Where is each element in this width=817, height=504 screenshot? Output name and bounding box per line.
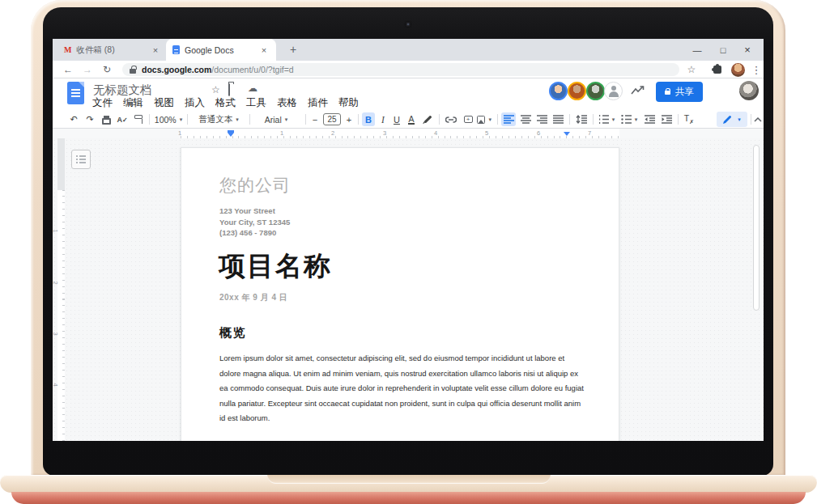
docs-app-icon[interactable] <box>67 82 84 104</box>
tab-close-icon[interactable]: × <box>258 45 270 55</box>
numbered-list-icon[interactable]: ▾ <box>597 111 616 128</box>
spellcheck-icon[interactable]: A✓ <box>116 111 129 128</box>
bold-button[interactable]: B <box>362 112 375 126</box>
editing-mode-button[interactable]: ▾ <box>717 112 747 127</box>
right-indent-marker[interactable] <box>564 132 570 136</box>
project-title: 项目名称 <box>219 248 332 285</box>
url-input[interactable]: docs.google.com/document/u/0/?tgif=d <box>122 63 679 76</box>
project-date: 20xx 年 9 月 4 日 <box>219 292 287 303</box>
underline-button[interactable]: U <box>391 111 402 128</box>
new-tab-button[interactable]: + <box>286 43 300 57</box>
text-color-button[interactable]: A <box>405 111 418 128</box>
window-minimize-button[interactable]: — <box>687 39 708 61</box>
ruler-number: 4 <box>434 129 437 137</box>
show-outline-button[interactable] <box>71 150 91 169</box>
bulleted-list-icon[interactable]: ▾ <box>619 111 639 128</box>
chevron-down-icon: ▾ <box>236 116 239 123</box>
tab-close-icon[interactable]: × <box>150 45 161 55</box>
zoom-select[interactable]: 100%▾ <box>153 111 184 128</box>
increase-indent-icon[interactable] <box>659 111 674 128</box>
align-center-button[interactable] <box>518 111 533 128</box>
align-right-button[interactable] <box>534 111 549 128</box>
browser-window: M 收件箱 (8) × Google Docs × + — □ × ← → ↻ … <box>53 39 764 441</box>
vertical-scrollbar[interactable] <box>753 145 760 311</box>
window-close-button[interactable]: × <box>737 39 758 61</box>
cloud-status-icon[interactable]: ☁ <box>248 83 257 94</box>
back-icon[interactable]: ← <box>61 62 75 77</box>
menu-insert[interactable]: 插入 <box>185 96 205 110</box>
highlight-color-icon[interactable] <box>421 111 434 128</box>
gmail-favicon-icon: M <box>64 45 71 54</box>
ruler-number: 6 <box>537 129 540 137</box>
menu-tools[interactable]: 工具 <box>246 96 266 110</box>
horizontal-ruler[interactable]: 1 1 2 3 4 5 6 7 <box>53 129 764 138</box>
ruler-number: 3 <box>383 129 386 137</box>
clear-formatting-icon[interactable]: T✗ <box>682 111 696 128</box>
font-size-increase-button[interactable]: + <box>343 111 355 128</box>
menu-format[interactable]: 格式 <box>215 96 236 110</box>
company-address: 123 Your Street Your City, ST 12345 (123… <box>219 205 290 239</box>
chevron-down-icon: ▾ <box>738 116 741 123</box>
collapse-toolbar-icon[interactable] <box>752 111 764 128</box>
document-page[interactable]: 您的公司 123 Your Street Your City, ST 12345… <box>181 147 619 441</box>
share-button[interactable]: 共享 <box>656 82 703 102</box>
webcam-icon <box>406 22 411 27</box>
tab-gmail[interactable]: M 收件箱 (8) × <box>59 39 166 61</box>
print-icon[interactable] <box>100 111 113 128</box>
font-select[interactable]: Arial▾ <box>255 111 297 128</box>
justify-button[interactable] <box>551 111 565 128</box>
star-document-icon[interactable]: ☆ <box>211 84 220 95</box>
menu-table[interactable]: 表格 <box>277 96 297 110</box>
section-heading: 概览 <box>219 325 246 341</box>
redo-icon[interactable]: ↷ <box>83 111 96 128</box>
browser-tabstrip: M 收件箱 (8) × Google Docs × + — □ × <box>53 39 764 61</box>
menu-file[interactable]: 文件 <box>92 96 113 110</box>
address-line: (123) 456 - 7890 <box>219 227 290 239</box>
collaborator-avatar[interactable] <box>568 82 586 100</box>
menu-help[interactable]: 帮助 <box>338 96 359 110</box>
chevron-down-icon: ▾ <box>180 116 183 123</box>
ruler-number: 2 <box>331 129 334 137</box>
secure-lock-icon <box>130 69 136 74</box>
extensions-puzzle-icon[interactable] <box>710 62 725 77</box>
body-line: Lorem ipsum dolor sit amet, consectetur … <box>219 351 590 366</box>
chrome-profile-avatar[interactable] <box>731 63 745 77</box>
vertical-ruler[interactable] <box>57 138 65 441</box>
paragraph-style-select[interactable]: 普通文本▾ <box>192 111 245 128</box>
insert-link-icon[interactable] <box>443 111 459 128</box>
ruler-number: 5 <box>485 129 488 137</box>
move-folder-icon[interactable] <box>228 84 230 95</box>
collaborator-avatar[interactable] <box>586 82 605 100</box>
paint-format-icon[interactable] <box>132 111 145 128</box>
chevron-down-icon: ▾ <box>612 116 615 123</box>
tab-label: 收件箱 (8) <box>76 44 150 56</box>
activity-trend-icon[interactable] <box>631 86 645 95</box>
menu-addons[interactable]: 插件 <box>308 96 328 110</box>
ruler-number: 1 <box>178 129 181 137</box>
font-size-value[interactable]: 25 <box>323 111 341 128</box>
reload-icon[interactable]: ↻ <box>100 62 114 77</box>
left-indent-marker[interactable] <box>228 130 234 137</box>
decrease-indent-icon[interactable] <box>642 111 657 128</box>
menu-edit[interactable]: 编辑 <box>123 96 143 110</box>
undo-icon[interactable]: ↶ <box>67 111 80 128</box>
font-size-decrease-button[interactable]: − <box>309 111 321 128</box>
forward-icon[interactable]: → <box>80 62 95 77</box>
user-avatar[interactable] <box>739 81 759 100</box>
window-maximize-button[interactable]: □ <box>713 39 734 61</box>
italic-button[interactable]: I <box>377 111 389 128</box>
align-left-button[interactable] <box>501 112 516 126</box>
add-comment-icon[interactable]: + <box>461 111 475 128</box>
ruler-number: 3 <box>53 332 59 335</box>
address-line: 123 Your Street <box>219 205 290 217</box>
bookmark-star-icon[interactable]: ☆ <box>684 62 699 77</box>
menu-view[interactable]: 视图 <box>154 96 174 110</box>
body-line: dolore magna aliqua. Ut enim ad minim ve… <box>219 366 590 382</box>
collaborator-avatar[interactable] <box>549 82 568 100</box>
browser-menu-dots-icon[interactable]: ⋮ <box>749 62 764 77</box>
body-line: nulla pariatur. Excepteur sint occaecat … <box>219 396 590 412</box>
tab-google-docs[interactable]: Google Docs × <box>166 39 276 61</box>
line-spacing-icon[interactable] <box>573 111 589 128</box>
anonymous-viewers-button[interactable] <box>604 82 623 100</box>
insert-image-icon[interactable]: ▾ <box>477 111 491 128</box>
